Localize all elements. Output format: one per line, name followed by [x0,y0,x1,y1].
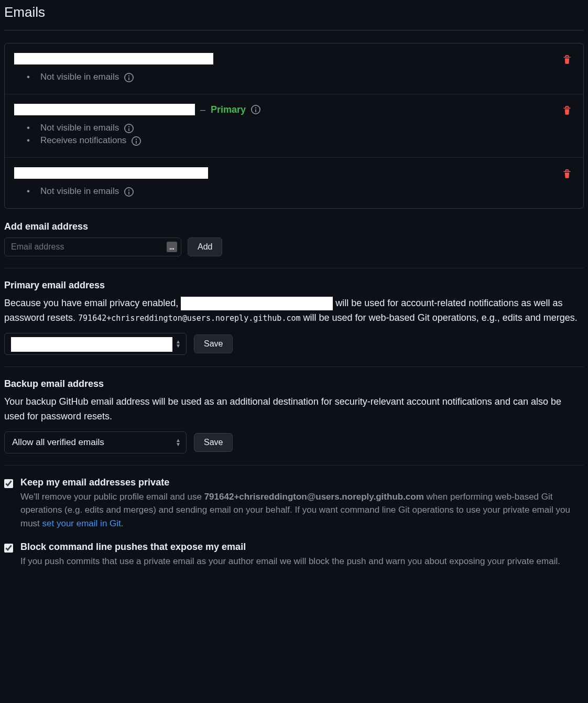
backup-email-select[interactable]: Allow all verified emails ▲▼ [4,431,187,453]
backup-select-value: Allow all verified emails [12,437,104,448]
delete-email-button[interactable] [560,104,574,119]
email-note: Not visible in emails [27,123,574,133]
email-row: – Primary Not visible in emails Receives… [5,94,583,158]
email-row: Not visible in emails [5,158,583,208]
email-address-redacted [14,104,195,115]
block-push-description: If you push commits that use a private e… [20,555,584,568]
set-email-in-git-link[interactable]: set your email in Git [42,518,121,528]
delete-email-button[interactable] [560,167,574,182]
info-icon[interactable] [251,105,260,115]
save-backup-button[interactable]: Save [194,433,233,452]
updown-icon: ▲▼ [176,340,181,348]
email-address-redacted [14,53,213,64]
keep-private-description: We'll remove your public profile email a… [20,490,584,531]
trash-icon [562,109,572,117]
add-email-input[interactable] [4,237,181,256]
password-manager-icon[interactable]: ••• [167,242,177,252]
title-divider [4,30,584,30]
info-icon[interactable] [124,123,134,133]
add-email-heading: Add email address [4,221,584,232]
emails-list: Not visible in emails – Primary Not visi… [4,43,584,209]
divider [4,465,584,466]
keep-private-title: Keep my email addresses private [20,477,584,488]
primary-email-description: Because you have email privacy enabled, … [4,296,584,326]
trash-icon [562,172,572,180]
trash-icon [562,58,572,66]
email-row: Not visible in emails [5,44,583,94]
email-address-redacted [11,337,172,352]
delete-email-button[interactable] [560,53,574,68]
email-note: Receives notifications [27,135,574,146]
backup-email-description: Your backup GitHub email address will be… [4,395,584,424]
email-address-redacted [14,167,208,179]
info-icon[interactable] [124,186,134,197]
page-title: Emails [4,4,584,26]
primary-email-heading: Primary email address [4,280,584,291]
save-primary-button[interactable]: Save [194,334,233,353]
divider [4,268,584,268]
block-push-checkbox[interactable] [4,544,13,553]
primary-email-select[interactable]: ▲▼ [4,333,187,355]
backup-email-heading: Backup email address [4,378,584,390]
divider [4,366,584,367]
add-email-button[interactable]: Add [188,237,222,256]
block-push-title: Block command line pushes that expose my… [20,542,584,553]
separator: – [200,104,205,115]
email-address-redacted [181,297,333,310]
noreply-email: 791642+chrisreddington@users.noreply.git… [78,313,300,323]
email-note: Not visible in emails [27,72,574,82]
noreply-email: 791642+chrisreddington@users.noreply.git… [204,492,424,502]
primary-badge: Primary [211,104,246,115]
info-icon[interactable] [132,135,141,146]
info-icon[interactable] [124,72,134,82]
updown-icon: ▲▼ [176,438,181,447]
email-note: Not visible in emails [27,186,574,197]
keep-private-checkbox[interactable] [4,479,13,488]
